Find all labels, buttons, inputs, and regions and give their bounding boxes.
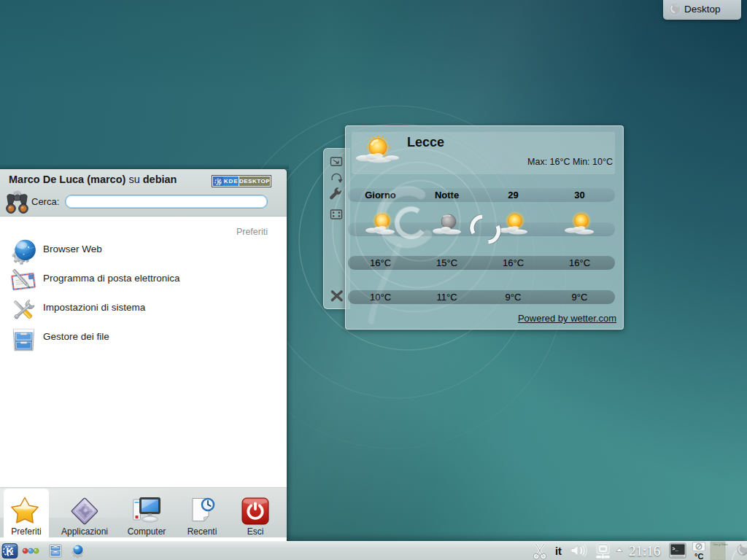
- svg-text:'''*: '''*: [675, 4, 677, 7]
- svg-text:it: it: [555, 545, 562, 557]
- svg-text:>_: >_: [673, 547, 678, 552]
- svg-text:Own g f Sfdne: Own g f Sfdne: [713, 543, 728, 546]
- svg-text:21:16: 21:16: [629, 543, 660, 559]
- svg-text:K: K: [6, 545, 14, 557]
- svg-text:°C: °C: [694, 552, 703, 560]
